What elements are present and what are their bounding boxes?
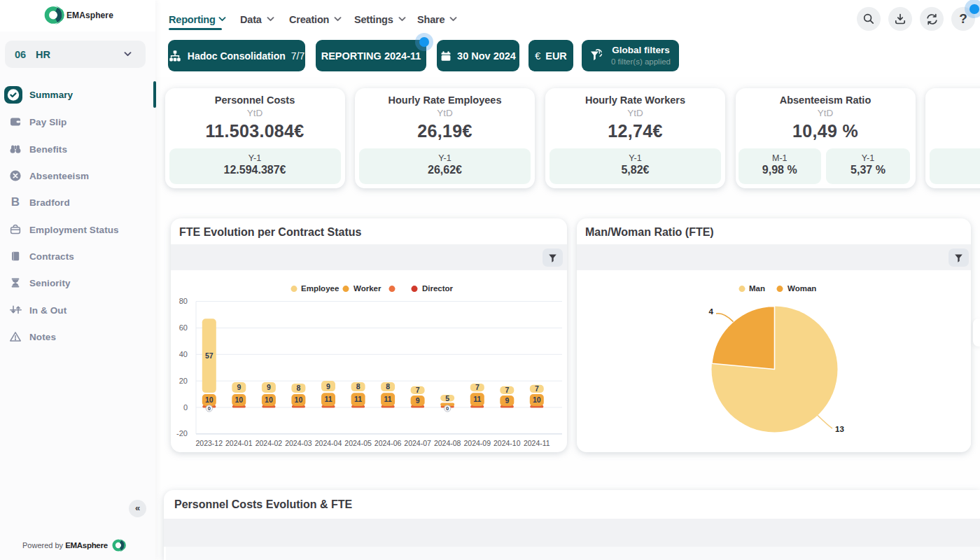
svg-text:7: 7: [416, 386, 420, 394]
svg-text:10: 10: [295, 396, 303, 404]
svg-text:10: 10: [234, 396, 243, 404]
svg-text:0: 0: [446, 405, 449, 412]
svg-text:9: 9: [505, 396, 509, 405]
svg-text:10: 10: [533, 396, 541, 404]
svg-text:2024-08: 2024-08: [434, 439, 461, 447]
svg-text:10: 10: [265, 396, 273, 404]
svg-text:11: 11: [354, 395, 362, 403]
svg-text:60: 60: [179, 323, 188, 332]
svg-text:0: 0: [208, 405, 211, 412]
svg-text:2024-02: 2024-02: [255, 439, 283, 447]
svg-text:0: 0: [183, 403, 188, 412]
svg-text:8: 8: [386, 382, 390, 391]
svg-text:8: 8: [296, 384, 300, 392]
svg-text:2024-11: 2024-11: [524, 439, 550, 447]
svg-text:9: 9: [416, 396, 420, 405]
svg-text:2023-12: 2023-12: [196, 439, 223, 447]
svg-text:Woman: Woman: [788, 284, 816, 293]
svg-text:2024-06: 2024-06: [374, 439, 402, 447]
svg-text:2024-09: 2024-09: [464, 439, 491, 447]
svg-text:13: 13: [835, 425, 844, 433]
svg-text:2024-04: 2024-04: [315, 439, 342, 447]
svg-text:40: 40: [179, 350, 188, 358]
svg-text:7: 7: [505, 386, 509, 394]
svg-text:5: 5: [445, 394, 449, 402]
svg-text:2024-07: 2024-07: [404, 439, 431, 447]
svg-text:8: 8: [356, 382, 360, 391]
svg-text:2024-03: 2024-03: [285, 439, 312, 447]
svg-text:57: 57: [205, 351, 214, 360]
svg-text:20: 20: [179, 377, 188, 385]
svg-text:Director: Director: [422, 284, 454, 293]
svg-text:4: 4: [709, 307, 714, 316]
svg-text:9: 9: [267, 383, 271, 391]
svg-text:10: 10: [205, 396, 214, 404]
svg-text:11: 11: [473, 395, 481, 403]
svg-text:80: 80: [179, 297, 188, 305]
svg-text:9: 9: [237, 383, 241, 391]
svg-text:7: 7: [535, 384, 539, 393]
svg-text:7: 7: [475, 383, 479, 391]
svg-text:9: 9: [326, 382, 330, 391]
svg-text:2024-10: 2024-10: [493, 439, 521, 447]
svg-text:Employee: Employee: [301, 284, 339, 293]
svg-text:-20: -20: [176, 429, 188, 438]
svg-text:2024-05: 2024-05: [344, 439, 372, 447]
svg-text:Man: Man: [749, 284, 765, 293]
svg-text:Worker: Worker: [354, 284, 382, 293]
svg-text:11: 11: [384, 395, 392, 403]
svg-text:11: 11: [324, 395, 332, 403]
svg-text:2024-01: 2024-01: [225, 439, 253, 447]
